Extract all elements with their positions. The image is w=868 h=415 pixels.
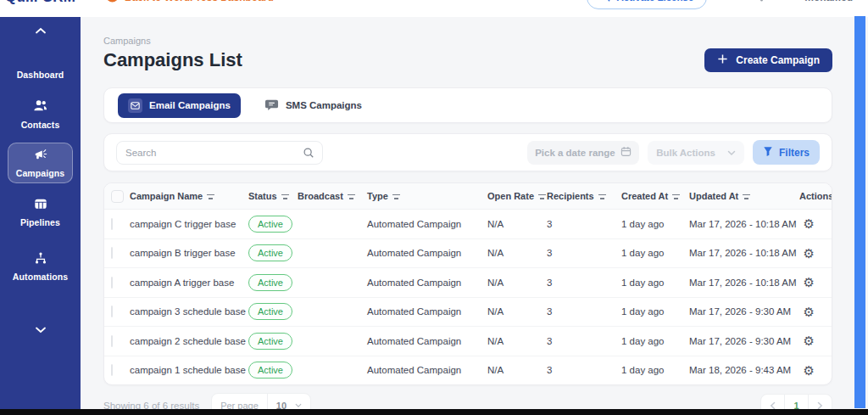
sidebar-item-label: Contacts — [21, 120, 60, 130]
back-link-label: Back to WordPress Dashboard — [125, 0, 274, 3]
sidebar-item-dashboard[interactable]: Dashboard — [0, 70, 81, 80]
status-badge: Active — [248, 244, 292, 261]
sort-icon[interactable] — [538, 193, 546, 199]
sort-icon[interactable] — [598, 193, 606, 199]
row-actions-gear-icon[interactable] — [804, 247, 815, 260]
key-icon — [600, 0, 611, 4]
row-actions-gear-icon[interactable] — [804, 334, 815, 347]
actions-cell — [799, 217, 832, 230]
sort-icon[interactable] — [281, 193, 289, 199]
actions-cell — [799, 276, 832, 289]
tab-label: SMS Campaigns — [286, 100, 362, 110]
sidebar-item-pipelines[interactable]: Pipelines — [0, 197, 81, 227]
announcement-icon[interactable] — [782, 0, 794, 6]
per-page-label: Per page — [212, 401, 267, 410]
row-checkbox[interactable] — [111, 278, 130, 288]
calendar-icon — [620, 146, 632, 159]
created-at-cell: 1 day ago — [621, 219, 689, 229]
created-at-cell: 1 day ago — [621, 248, 689, 258]
create-campaign-label: Create Campaign — [736, 54, 820, 66]
create-campaign-button[interactable]: Create Campaign — [704, 48, 832, 72]
results-summary: Showing 6 of 6 results — [103, 401, 199, 410]
updated-at-cell: Mar 18, 2026 - 9:43 AM — [689, 365, 799, 375]
sidebar-collapse-chevron-down-icon[interactable] — [0, 326, 81, 334]
status-cell: Active — [248, 216, 298, 233]
column-header-campaign-name[interactable]: Campaign Name — [130, 191, 248, 201]
actions-cell — [799, 306, 832, 318]
row-checkbox[interactable] — [111, 365, 130, 375]
column-header-created-at[interactable]: Created At — [621, 191, 689, 201]
sidebar: Dashboard Contacts Campaigns Pipelines — [0, 17, 81, 409]
envelope-icon — [128, 98, 142, 113]
pagination-next-button[interactable] — [809, 395, 832, 410]
table-row: campaign A trigger base Active Automated… — [104, 267, 832, 297]
recipients-cell: 3 — [547, 365, 621, 375]
per-page-select[interactable]: 10 — [267, 394, 310, 409]
date-range-picker[interactable]: Pick a date range — [527, 141, 639, 165]
row-actions-gear-icon[interactable] — [804, 276, 815, 289]
sort-icon[interactable] — [207, 193, 214, 199]
row-actions-gear-icon[interactable] — [804, 364, 815, 377]
type-cell: Automated Campaign — [367, 336, 487, 346]
per-page-control: Per page 10 — [211, 393, 311, 409]
row-checkbox[interactable] — [111, 336, 130, 346]
campaign-type-tabs: Email Campaigns SMS Campaigns — [103, 87, 832, 123]
status-badge: Active — [248, 362, 292, 379]
activate-license-button[interactable]: Activate License — [587, 0, 708, 9]
column-header-open-rate[interactable]: Open Rate — [487, 191, 547, 201]
pagination-current-page[interactable]: 1 — [784, 395, 809, 410]
sidebar-item-contacts[interactable]: Contacts — [0, 98, 81, 130]
select-all-checkbox[interactable] — [111, 190, 130, 203]
status-cell: Active — [248, 333, 298, 350]
download-icon[interactable] — [729, 0, 742, 6]
notifications-bell-icon[interactable] — [755, 0, 768, 6]
back-to-wordpress-link[interactable]: Back to WordPress Dashboard — [106, 0, 274, 5]
sort-icon[interactable] — [392, 193, 400, 199]
vertical-scrollbar[interactable] — [854, 16, 865, 408]
row-checkbox[interactable] — [111, 306, 130, 317]
user-menu[interactable]: mohamed — [804, 0, 853, 3]
type-cell: Automated Campaign — [367, 365, 487, 375]
chat-bubble-icon — [264, 98, 279, 114]
search-input[interactable] — [117, 142, 322, 164]
sidebar-collapse-chevron-up-icon[interactable] — [0, 27, 81, 35]
updated-at-cell: Mar 17, 2026 - 10:18 AM — [689, 248, 799, 258]
status-cell: Active — [248, 303, 298, 320]
tab-email-campaigns[interactable]: Email Campaigns — [118, 93, 241, 118]
column-header-recipients[interactable]: Recipients — [547, 191, 621, 201]
sidebar-item-automations[interactable]: Automations — [0, 251, 81, 282]
sort-icon[interactable] — [348, 193, 355, 199]
bottom-black-bar — [0, 409, 868, 415]
status-cell: Active — [248, 274, 298, 291]
pagination-prev-button[interactable] — [761, 395, 784, 410]
column-header-broadcast[interactable]: Broadcast — [298, 191, 367, 201]
sort-icon[interactable] — [672, 193, 680, 199]
row-checkbox[interactable] — [111, 219, 130, 229]
status-cell: Active — [248, 362, 298, 379]
funnel-icon — [763, 146, 773, 160]
search-box — [116, 141, 323, 165]
sort-icon[interactable] — [743, 193, 750, 199]
row-actions-gear-icon[interactable] — [804, 217, 815, 230]
filters-label: Filters — [779, 147, 810, 159]
sidebar-item-label: Campaigns — [16, 168, 65, 178]
filters-button[interactable]: Filters — [753, 140, 820, 165]
column-header-status[interactable]: Status — [248, 191, 298, 201]
row-actions-gear-icon[interactable] — [804, 306, 815, 318]
created-at-cell: 1 day ago — [621, 365, 689, 375]
tab-sms-campaigns[interactable]: SMS Campaigns — [264, 98, 362, 114]
column-header-updated-at[interactable]: Updated At — [689, 191, 799, 201]
column-header-type[interactable]: Type — [367, 191, 487, 201]
table-footer: Showing 6 of 6 results Per page 10 1 — [103, 393, 832, 409]
table-row: campaign 2 schedule base Active Automate… — [104, 326, 832, 356]
row-checkbox[interactable] — [111, 248, 130, 258]
plus-icon — [717, 53, 728, 67]
recipients-cell: 3 — [547, 278, 621, 288]
table-row: campaign C trigger base Active Automated… — [104, 210, 832, 238]
topbar: Quill CRM Back to WordPress Dashboard Ac… — [0, 0, 868, 17]
bulk-actions-label: Bulk Actions — [656, 148, 715, 158]
sidebar-item-label: Automations — [13, 272, 68, 282]
recipients-cell: 3 — [547, 306, 621, 317]
sidebar-item-campaigns[interactable]: Campaigns — [0, 148, 81, 178]
bulk-actions-select[interactable]: Bulk Actions — [648, 141, 744, 165]
